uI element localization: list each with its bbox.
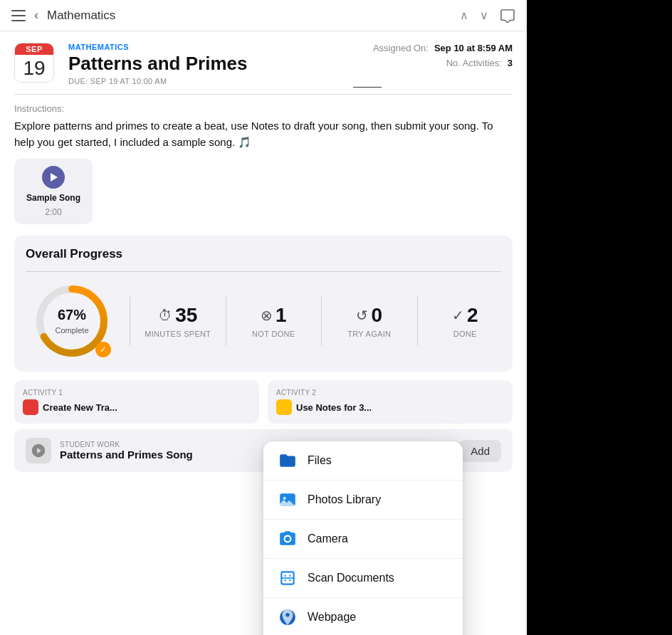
activity-1-title-row: Create New Tra... (23, 399, 251, 415)
stat-try-again-top: ↺ 0 (356, 304, 382, 327)
assignment-header: SEP 19 MATHEMATICS Patterns and Primes D… (0, 31, 527, 85)
not-done-label: NOT DONE (252, 330, 295, 338)
donut-label: Complete (55, 326, 88, 335)
song-duration: 2:00 (45, 207, 61, 217)
work-icon (26, 438, 51, 463)
stat-done-top: ✓ 2 (452, 304, 478, 327)
activity-2-icon (276, 399, 292, 415)
arrow-line-header (353, 87, 382, 88)
stat-try-again: ↺ 0 TRY AGAIN (333, 304, 406, 338)
assigned-on-row: Assigned On: Sep 10 at 8:59 AM (373, 43, 513, 53)
done-value: 2 (467, 304, 478, 327)
menu-item-files[interactable]: Files (263, 441, 463, 481)
try-again-value: 0 (371, 304, 382, 327)
assigned-on-value: Sep 10 at 8:59 AM (434, 43, 513, 53)
back-button[interactable]: ‹ (34, 8, 38, 23)
due-date: DUE: SEP 19 AT 10:00 AM (68, 77, 359, 85)
try-again-label: TRY AGAIN (347, 330, 391, 338)
progress-stats: 67% Complete ✓ ⏱ 35 MINUTES SPENT ⊗ 1 (26, 282, 501, 360)
calendar-month: SEP (15, 43, 53, 55)
no-activities-label: No. Activities: (446, 58, 502, 68)
scan-icon (278, 568, 298, 588)
stat-divider-4 (417, 296, 418, 346)
nav-down-button[interactable]: ∨ (480, 9, 488, 22)
progress-title: Overall Progress (26, 247, 501, 261)
not-done-value: 1 (275, 304, 287, 327)
breadcrumb: Mathematics (47, 9, 115, 23)
assignment-title-block: MATHEMATICS Patterns and Primes DUE: SEP… (68, 43, 359, 85)
activity-1-label: ACTIVITY 1 (23, 389, 251, 397)
subject-label: MATHEMATICS (68, 43, 359, 51)
activity-1-name: Create New Tra... (43, 402, 117, 413)
camera-icon (278, 529, 298, 549)
webpage-icon (278, 607, 298, 627)
stat-not-done: ⊗ 1 NOT DONE (238, 304, 310, 338)
minutes-value: 35 (175, 304, 197, 327)
toolbar-left: ‹ Mathematics (11, 8, 115, 23)
calendar-icon: SEP 19 (14, 43, 54, 83)
done-label: DONE (453, 330, 477, 338)
activity-1-icon (23, 399, 38, 415)
calendar-day: 19 (15, 55, 53, 80)
toolbar-right: ∧ ∨ (460, 9, 515, 23)
donut-percent: 67% (55, 307, 88, 323)
files-icon (278, 451, 298, 471)
photos-label: Photos Library (308, 493, 381, 506)
not-done-icon: ⊗ (261, 307, 273, 324)
menu-item-photos[interactable]: Photos Library (263, 481, 463, 520)
activity-2-title-row: Use Notes for 3... (276, 399, 504, 415)
scan-label: Scan Documents (308, 572, 394, 584)
stat-done: ✓ 2 DONE (429, 304, 502, 338)
activity-card-2[interactable]: ACTIVITY 2 Use Notes for 3... (268, 380, 513, 424)
comment-button[interactable] (500, 9, 515, 23)
clock-icon: ⏱ (158, 308, 172, 324)
instructions-section: Instructions: Explore patterns and prime… (0, 95, 527, 150)
no-activities-row: No. Activities: 3 (373, 58, 513, 68)
svg-point-3 (283, 497, 286, 500)
progress-divider (26, 271, 501, 272)
activities-row: ACTIVITY 1 Create New Tra... ACTIVITY 2 … (14, 380, 513, 424)
song-card[interactable]: Sample Song 2:00 (14, 159, 93, 224)
instructions-text: Explore patterns and primes to create a … (14, 118, 513, 150)
try-again-icon: ↺ (356, 307, 368, 324)
svg-point-4 (285, 537, 290, 542)
dropdown-menu: Files Photos Library Camera (263, 441, 463, 635)
stat-divider-2 (226, 296, 226, 346)
toolbar: ‹ Mathematics ∧ ∨ (0, 0, 527, 31)
menu-item-webpage[interactable]: Webpage (263, 598, 463, 635)
stat-divider-3 (321, 296, 322, 346)
right-panel (527, 0, 672, 635)
menu-item-scan[interactable]: Scan Documents (263, 559, 463, 598)
activity-2-name: Use Notes for 3... (296, 402, 372, 413)
stat-minutes-top: ⏱ 35 (158, 304, 197, 327)
add-button[interactable]: Add (459, 440, 501, 462)
media-cards: Sample Song 2:00 (0, 150, 527, 224)
webpage-label: Webpage (308, 611, 356, 624)
stat-divider-1 (130, 296, 130, 346)
assignment-title: Patterns and Primes (68, 53, 359, 75)
minutes-label: MINUTES SPENT (145, 330, 211, 338)
play-button[interactable] (42, 166, 65, 189)
assignment-meta: Assigned On: Sep 10 at 8:59 AM No. Activ… (373, 43, 513, 73)
checkmark-badge: ✓ (95, 342, 111, 357)
donut-center: 67% Complete (55, 307, 88, 336)
nav-up-button[interactable]: ∧ (460, 9, 468, 22)
menu-item-camera[interactable]: Camera (263, 520, 463, 559)
progress-section: Overall Progress (14, 236, 513, 372)
stat-not-done-top: ⊗ 1 (261, 304, 287, 327)
photos-icon (278, 490, 298, 510)
activity-card-1[interactable]: ACTIVITY 1 Create New Tra... (14, 380, 259, 424)
instructions-label: Instructions: (14, 103, 513, 114)
no-activities-value: 3 (508, 58, 513, 68)
files-label: Files (308, 454, 332, 467)
assigned-on-label: Assigned On: (373, 43, 429, 53)
camera-label: Camera (308, 532, 348, 545)
done-icon: ✓ (452, 307, 464, 324)
donut-chart: 67% Complete ✓ (26, 282, 118, 360)
stat-minutes-spent: ⏱ 35 MINUTES SPENT (142, 304, 214, 338)
activity-2-label: ACTIVITY 2 (276, 389, 504, 397)
song-title: Sample Song (26, 193, 80, 203)
sidebar-toggle-button[interactable] (11, 10, 26, 21)
